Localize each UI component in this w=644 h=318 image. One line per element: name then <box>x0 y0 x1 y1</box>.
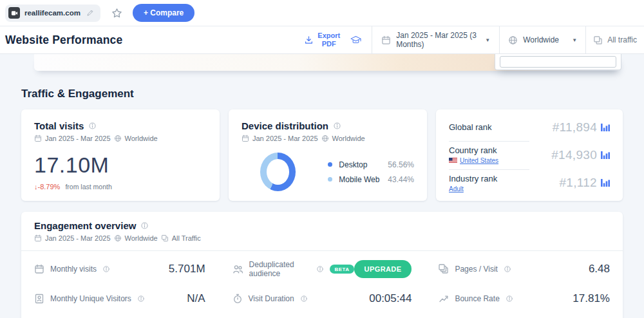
info-icon[interactable] <box>333 122 341 130</box>
export-pdf-button[interactable]: ExportPDF <box>304 32 340 48</box>
card-geography: Worldwide <box>125 135 158 142</box>
card-date-range: Jan 2025 - Mar 2025 <box>252 135 318 142</box>
beta-badge: BETA <box>330 265 354 274</box>
page-header: Website Performance ExportPDF Jan 2025 -… <box>0 26 644 54</box>
total-visits-title: Total visits <box>34 120 84 131</box>
monthly-visits-value: 5.701M <box>169 263 205 276</box>
people-icon <box>232 264 243 275</box>
change-suffix: from last month <box>65 183 111 191</box>
calendar-icon <box>34 135 42 142</box>
rank-card: Global rank #11,894 Country rank United … <box>436 109 623 201</box>
country-rank-row: Country rank United States #14,930 <box>449 141 610 169</box>
favorite-star-icon[interactable] <box>111 8 122 19</box>
chevron-down-icon: ▼ <box>485 37 490 43</box>
geography-search-input[interactable] <box>500 56 616 68</box>
change-indicator: ↓-8.79% <box>34 183 60 191</box>
visit-duration-value: 00:05:44 <box>369 292 412 305</box>
geography-picker[interactable]: Worldwide ▼ <box>500 26 585 53</box>
info-icon[interactable] <box>137 295 145 303</box>
header-toolbar: ExportPDF Jan 2025 - Mar 2025 (3 Months)… <box>304 26 644 53</box>
chevron-down-icon: ▼ <box>572 37 577 43</box>
site-favicon <box>8 7 20 19</box>
date-range-label: Jan 2025 - Mar 2025 (3 Months) <box>396 31 480 49</box>
device-distribution-title: Device distribution <box>242 120 328 131</box>
info-icon[interactable] <box>504 265 511 273</box>
globe-icon <box>114 234 122 242</box>
card-geography: Worldwide <box>332 135 365 142</box>
legend-item-desktop: Desktop 56.56% <box>328 160 414 169</box>
engagement-overview-card: Engagement overview Jan 2025 - Mar 2025 … <box>21 212 623 318</box>
info-icon[interactable] <box>506 295 513 303</box>
globe-icon <box>321 135 329 142</box>
global-rank-value: #11,894 <box>553 120 597 135</box>
info-icon[interactable] <box>88 122 97 130</box>
industry-link[interactable]: Adult <box>449 185 464 192</box>
page-title: Website Performance <box>5 33 122 47</box>
learning-cap-icon[interactable] <box>350 34 362 46</box>
metric-bounce-rate: Bounce Rate 17.81% <box>439 284 610 313</box>
industry-rank-row: Industry rank Adult #1,112 <box>449 169 610 197</box>
traffic-filter-label: All traffic <box>607 35 637 44</box>
engagement-title: Engagement overview <box>34 220 136 231</box>
info-icon[interactable] <box>300 295 308 303</box>
date-range-picker[interactable]: Jan 2025 - Mar 2025 (3 Months) ▼ <box>372 26 499 53</box>
pages-icon <box>439 264 449 274</box>
card-date-range: Jan 2025 - Mar 2025 <box>45 234 111 242</box>
geography-label: Worldwide <box>523 35 567 44</box>
rank-bars-icon <box>601 151 610 160</box>
site-tab[interactable]: reallifecam.com <box>5 5 100 22</box>
device-distribution-card: Device distribution Jan 2025 - Mar 2025 … <box>229 109 427 201</box>
card-geography: Worldwide <box>125 234 158 242</box>
info-icon[interactable] <box>140 221 149 230</box>
download-icon <box>304 35 314 45</box>
metric-deduplicated-audience: Deduplicated audience BETA UPGRADE <box>232 254 412 284</box>
geography-dropdown-panel <box>495 54 621 70</box>
metric-monthly-visits: Monthly visits 5.701M <box>34 254 205 284</box>
monthly-unique-visitors-value: N/A <box>187 292 205 305</box>
engagement-metrics-grid: Monthly visits 5.701M Deduplicated audie… <box>21 251 623 313</box>
upgrade-button[interactable]: UPGRADE <box>354 260 412 278</box>
edit-icon[interactable] <box>86 9 94 17</box>
info-icon[interactable] <box>316 265 324 273</box>
top-bar: reallifecam.com + Compare <box>0 0 644 26</box>
country-link[interactable]: United States <box>460 157 498 164</box>
calendar-icon <box>242 135 249 142</box>
globe-icon <box>114 135 122 142</box>
total-visits-value: 17.10M <box>34 153 207 178</box>
site-domain: reallifecam.com <box>24 9 80 17</box>
kpi-cards-row: Total visits Jan 2025 - Mar 2025 Worldwi… <box>21 109 623 201</box>
metric-visit-duration: Visit Duration 00:05:44 <box>232 284 412 313</box>
traffic-windows-icon <box>161 234 169 242</box>
total-visits-card: Total visits Jan 2025 - Mar 2025 Worldwi… <box>21 109 220 201</box>
globe-icon <box>508 35 518 45</box>
info-icon[interactable] <box>102 265 110 273</box>
person-card-icon <box>34 294 44 304</box>
card-date-range: Jan 2025 - Mar 2025 <box>45 135 111 142</box>
global-rank-row: Global rank #11,894 <box>449 113 610 141</box>
desktop-dot-icon <box>328 162 332 167</box>
stopwatch-icon <box>232 294 243 304</box>
calendar-icon <box>34 264 44 274</box>
calendar-icon <box>381 35 391 45</box>
device-donut-chart <box>260 153 296 191</box>
metric-pages-per-visit: Pages / Visit 6.48 <box>439 254 610 284</box>
metric-monthly-unique-visitors: Monthly Unique Visitors N/A <box>34 284 205 313</box>
traffic-filter-picker[interactable]: All traffic <box>586 26 644 53</box>
calendar-icon <box>34 234 42 242</box>
main-content: Traffic & Engagement Total visits Jan 20… <box>0 54 644 318</box>
traffic-windows-icon <box>593 35 603 45</box>
pages-per-visit-value: 6.48 <box>589 263 610 276</box>
rank-bars-icon <box>601 178 610 187</box>
industry-rank-value: #1,112 <box>559 176 597 190</box>
mobile-dot-icon <box>328 177 332 182</box>
device-legend: Desktop 56.56% Mobile Web 43.44% <box>328 160 414 184</box>
rank-bars-icon <box>601 123 610 132</box>
country-rank-value: #14,930 <box>551 148 597 162</box>
card-traffic: All Traffic <box>172 234 201 242</box>
bounce-arrow-icon <box>439 294 449 304</box>
legend-item-mobile-web: Mobile Web 43.44% <box>328 175 414 184</box>
us-flag-icon <box>449 158 457 164</box>
compare-button[interactable]: + Compare <box>133 4 194 22</box>
bounce-rate-value: 17.81% <box>573 292 610 305</box>
